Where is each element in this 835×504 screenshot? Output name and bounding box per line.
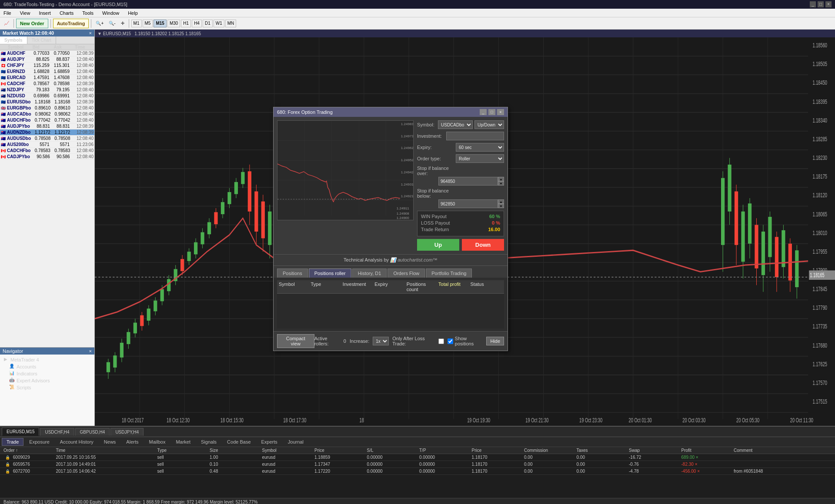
market-watch-row[interactable]: 🇨🇭 CHFJPY 115.259 115.301 12:08:40	[0, 63, 94, 69]
hide-button[interactable]: Hide	[486, 337, 504, 345]
trade-tab-account-history[interactable]: Account History	[55, 438, 98, 446]
forex-dialog-minimize[interactable]: _	[480, 109, 487, 115]
forex-dialog-close[interactable]: ×	[497, 109, 504, 115]
market-watch-row[interactable]: 🇪🇺 EURUSDbo 1.18168 1.18168 12:08:39	[0, 99, 94, 105]
menu-charts[interactable]: Charts	[58, 10, 75, 17]
trade-tab-news[interactable]: News	[99, 438, 121, 446]
stop-over-up[interactable]: ▲	[498, 177, 504, 181]
trade-tab-code-base[interactable]: Code Base	[222, 438, 255, 446]
market-watch-row[interactable]: 🇪🇺 EURNZD 1.68828 1.68859 12:08:40	[0, 69, 94, 75]
window-controls[interactable]: _ □ ×	[810, 1, 832, 7]
tf-m30[interactable]: M30	[167, 20, 180, 27]
symbol-select[interactable]: USDCADbo	[438, 120, 473, 129]
trade-tab-experts[interactable]: Experts	[257, 438, 282, 446]
chart-tab-eurusd-m15[interactable]: EURUSD,M15	[2, 428, 39, 436]
nav-scripts[interactable]: 📜 Scripts	[2, 384, 93, 391]
market-watch-row[interactable]: 🇨🇦 CADCHF 0.78567 0.78598 12:08:39	[0, 81, 94, 87]
minimize-btn[interactable]: _	[810, 1, 816, 7]
crosshair-btn[interactable]: ✛	[119, 19, 127, 28]
market-watch-row[interactable]: 🇦🇺 AUDJPYbo 88.831 88.831 12:08:39	[0, 123, 94, 129]
nav-expert-advisors-icon: 🤖	[9, 378, 15, 384]
menu-view[interactable]: View	[18, 10, 32, 17]
compact-view-button[interactable]: Compact view	[277, 334, 314, 348]
market-watch-row[interactable]: 🇳🇿 NZDUSD 0.69986 0.69991 12:08:40	[0, 93, 94, 99]
forex-dialog-maximize[interactable]: □	[488, 109, 495, 115]
close-btn[interactable]: ×	[825, 1, 832, 7]
menu-file[interactable]: File	[2, 10, 13, 17]
menu-insert[interactable]: Insert	[37, 10, 53, 17]
navigator-close[interactable]: ×	[89, 348, 92, 354]
market-watch-row[interactable]: 🇦🇺 AUDJPY 88.825 88.837 12:08:40	[0, 56, 94, 63]
trade-tab-signals[interactable]: Signals	[196, 438, 221, 446]
market-watch-row[interactable]: 🇨🇦 CADJPYbo 90.586 90.586 12:08:40	[0, 154, 94, 160]
market-watch-row[interactable]: 🇪🇺 EURCAD 1.47591 1.47608 12:08:40	[0, 75, 94, 81]
tab-portfolio-trading[interactable]: Portfolio Trading	[426, 269, 472, 278]
svg-rect-47	[140, 315, 144, 326]
chart-tab-usdjpy-h4[interactable]: USDJPY,H4	[110, 428, 144, 436]
tab-positions[interactable]: Positions	[277, 269, 308, 278]
svg-text:1.18230: 1.18230	[812, 154, 827, 161]
nav-accounts[interactable]: 👤 Accounts	[2, 363, 93, 370]
tf-m15[interactable]: M15	[154, 20, 166, 27]
order-type-field-select[interactable]: Roller	[456, 154, 504, 163]
tab-symbols[interactable]: Symbols	[0, 36, 27, 44]
market-watch-row[interactable]: 🇦🇺 AUDCHFbo 0.77042 0.77042 12:08:40	[0, 117, 94, 123]
tf-m5[interactable]: M5	[143, 20, 153, 27]
show-positions-checkbox[interactable]	[448, 338, 453, 344]
tf-d1[interactable]: D1	[203, 20, 213, 27]
maximize-btn[interactable]: □	[818, 1, 824, 7]
tab-tick-chart[interactable]: Tick Chart	[27, 36, 56, 44]
forex-dialog-header[interactable]: 680: Forex Option Trading _ □ ×	[274, 107, 508, 117]
nav-metatrader4[interactable]: ▶ MetaTrader 4	[2, 356, 93, 363]
tf-mn[interactable]: MN	[225, 20, 237, 27]
trade-tab-exposure[interactable]: Exposure	[24, 438, 54, 446]
down-button[interactable]: Down	[462, 239, 504, 251]
trade-tab-trade[interactable]: Trade	[2, 438, 23, 446]
nav-indicators[interactable]: 📊 Indicators	[2, 370, 93, 377]
market-watch-close[interactable]: ×	[89, 30, 92, 36]
market-watch-row[interactable]: 🇨🇦 CADCHFbo 0.78583 0.78583 12:08:40	[0, 148, 94, 154]
stop-below-up[interactable]: ▲	[498, 199, 504, 204]
zoom-out-btn[interactable]: 🔍-	[107, 19, 117, 28]
tab-orders-flow[interactable]: Orders Flow	[387, 269, 425, 278]
market-watch-row[interactable]: 🇳🇿 NZDJPY 79.183 79.195 12:08:40	[0, 87, 94, 93]
menu-tools[interactable]: Tools	[80, 10, 95, 17]
stop-below-down[interactable]: ▼	[498, 204, 504, 208]
trade-tab-journal[interactable]: Journal	[283, 438, 308, 446]
trade-tab-mailbox[interactable]: Mailbox	[144, 438, 170, 446]
stop-below-input[interactable]	[438, 199, 498, 208]
new-chart-btn[interactable]: 📈	[2, 19, 11, 28]
chart-tab-gbpusd-h4[interactable]: GBPUSD,H4	[75, 428, 110, 436]
tf-w1[interactable]: W1	[214, 20, 224, 27]
trade-tab-market[interactable]: Market	[171, 438, 195, 446]
menu-help[interactable]: Help	[126, 10, 140, 17]
up-button[interactable]: Up	[417, 239, 459, 251]
stop-over-input[interactable]	[438, 177, 498, 186]
tf-h4[interactable]: H4	[192, 20, 202, 27]
tf-h1[interactable]: H1	[181, 20, 191, 27]
autotrading-button[interactable]: AutoTrading	[53, 19, 89, 28]
chart-area[interactable]: ▼ EURUSD,M15 1.18150 1.18202 1.18125 1.1…	[95, 30, 835, 426]
chart-tab-usdchf-h4[interactable]: USDCHF,H4	[40, 428, 74, 436]
menu-window[interactable]: Window	[100, 10, 121, 17]
nav-expert-advisors[interactable]: 🤖 Expert Advisors	[2, 377, 93, 384]
zoom-in-btn[interactable]: 🔍+	[94, 19, 106, 28]
market-watch-row[interactable]: 🇦🇺 AUDCHF 0.77033 0.77050 12:08:39	[0, 50, 94, 56]
market-watch-row[interactable]: 🇦🇺 AUDUSDbo 0.78508 0.78508 12:08:40	[0, 136, 94, 142]
time-cell: 2017.10.05 14:06:42	[54, 469, 156, 474]
order-type-select[interactable]: Up/Down	[474, 120, 504, 129]
stop-over-down[interactable]: ▼	[498, 181, 504, 186]
only-after-loss-checkbox[interactable]	[438, 338, 444, 344]
market-watch-row[interactable]: 🇦🇺 AUS200bo 5571 5571 11:23:06	[0, 142, 94, 148]
expiry-select[interactable]: 60 sec	[456, 143, 504, 152]
tab-history-d1[interactable]: History, D1	[352, 269, 387, 278]
market-watch-row[interactable]: 🇦🇺 AUDCADbo 0.98062 0.98062 12:08:40	[0, 111, 94, 117]
tab-positions-roller[interactable]: Positions roller	[309, 269, 351, 278]
investment-input[interactable]: 10	[446, 132, 504, 140]
market-watch-row[interactable]: 🇦🇺 AUDNZDbo 1.12172 1.12172 12:08:39	[0, 129, 94, 136]
increase-select[interactable]: 1x	[373, 337, 389, 345]
tf-m1[interactable]: M1	[131, 20, 142, 27]
new-order-button[interactable]: New Order	[16, 19, 48, 28]
trade-tab-alerts[interactable]: Alerts	[121, 438, 143, 446]
market-watch-row[interactable]: 🇬🇧 EURGBPbo 0.89610 0.89610 12:08:40	[0, 105, 94, 111]
